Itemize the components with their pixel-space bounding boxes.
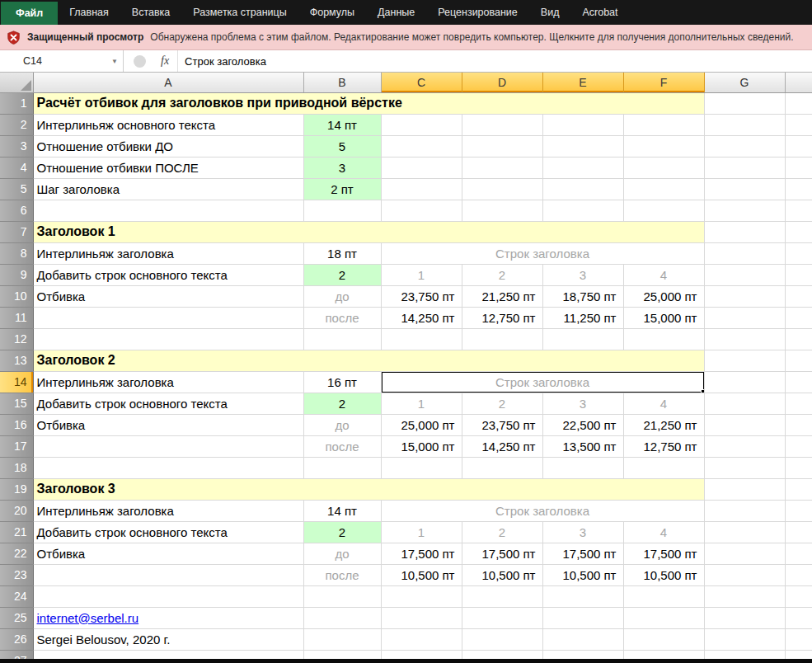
cell[interactable] bbox=[704, 543, 785, 564]
protected-view-bar[interactable]: Защищенный просмотр Обнаружена проблема … bbox=[0, 25, 812, 50]
row-header[interactable]: 25 bbox=[0, 607, 33, 628]
cell[interactable]: 14,250 пт bbox=[462, 435, 542, 457]
cell[interactable]: 22,500 пт bbox=[542, 414, 623, 435]
cell[interactable]: 14 пт bbox=[303, 114, 381, 135]
cell[interactable] bbox=[462, 178, 542, 200]
cell[interactable] bbox=[33, 564, 303, 585]
cell[interactable] bbox=[704, 135, 785, 157]
cell[interactable] bbox=[542, 135, 623, 157]
cell[interactable]: 3 bbox=[542, 264, 623, 285]
cell[interactable] bbox=[462, 585, 542, 607]
row-header[interactable]: 2 bbox=[0, 114, 33, 135]
cell[interactable]: 2 bbox=[303, 521, 381, 543]
cell[interactable] bbox=[462, 114, 542, 135]
row-header[interactable]: 10 bbox=[0, 285, 33, 307]
cell[interactable] bbox=[704, 285, 785, 307]
cell[interactable]: Отношение отбивки ПОСЛЕ bbox=[33, 157, 303, 178]
cell[interactable] bbox=[785, 543, 812, 564]
cell[interactable] bbox=[381, 628, 462, 650]
insert-function-button[interactable]: fx bbox=[157, 50, 178, 72]
cell[interactable] bbox=[704, 457, 785, 478]
row-header[interactable]: 7 bbox=[0, 221, 33, 242]
cell[interactable]: Шаг заголовка bbox=[33, 178, 303, 200]
cell[interactable] bbox=[785, 328, 812, 350]
cell[interactable] bbox=[704, 585, 785, 607]
cell[interactable] bbox=[462, 135, 542, 157]
cell[interactable] bbox=[785, 264, 812, 285]
cell[interactable] bbox=[704, 328, 785, 350]
row-header[interactable]: 12 bbox=[0, 328, 33, 350]
cell[interactable]: Добавить строк основного текста bbox=[33, 264, 303, 285]
cell[interactable] bbox=[542, 457, 623, 478]
cell[interactable]: 11,250 пт bbox=[542, 307, 623, 328]
row-header[interactable]: 21 bbox=[0, 521, 33, 543]
cell[interactable]: 2 bbox=[462, 393, 542, 414]
row-header[interactable]: 3 bbox=[0, 135, 33, 157]
cell[interactable] bbox=[785, 157, 812, 178]
cell[interactable] bbox=[381, 135, 462, 157]
cell[interactable] bbox=[381, 114, 462, 135]
cell[interactable]: Интерлиньяж основного текста bbox=[33, 114, 303, 135]
cell[interactable]: 23,750 пт bbox=[381, 285, 462, 307]
cell[interactable] bbox=[704, 242, 785, 264]
cell[interactable]: Заголовок 1 bbox=[33, 221, 704, 242]
cell[interactable]: 14 пт bbox=[303, 500, 381, 521]
cell[interactable]: 17,500 пт bbox=[462, 543, 542, 564]
cell[interactable] bbox=[704, 92, 785, 114]
cell[interactable]: 10,500 пт bbox=[542, 564, 623, 585]
cell[interactable] bbox=[462, 457, 542, 478]
cell[interactable]: до bbox=[303, 543, 381, 564]
column-header[interactable]: D bbox=[462, 73, 542, 92]
cell[interactable]: после bbox=[303, 435, 381, 457]
cell[interactable]: Строк заголовка bbox=[381, 371, 704, 393]
cell[interactable] bbox=[704, 114, 785, 135]
cell[interactable] bbox=[785, 521, 812, 543]
row-header[interactable]: 11 bbox=[0, 307, 33, 328]
cell[interactable]: Строк заголовка bbox=[381, 500, 704, 521]
cell[interactable]: Заголовок 2 bbox=[33, 350, 704, 371]
cell[interactable] bbox=[785, 114, 812, 135]
cell[interactable] bbox=[303, 457, 381, 478]
cell[interactable] bbox=[542, 607, 623, 628]
cell[interactable] bbox=[623, 607, 704, 628]
cell[interactable] bbox=[785, 285, 812, 307]
cell[interactable] bbox=[462, 328, 542, 350]
row-header[interactable]: 26 bbox=[0, 628, 33, 650]
cell[interactable] bbox=[785, 585, 812, 607]
cell[interactable]: Интерлиньяж заголовка bbox=[33, 500, 303, 521]
row-header[interactable]: 6 bbox=[0, 200, 33, 221]
cell[interactable] bbox=[542, 585, 623, 607]
cell[interactable] bbox=[33, 200, 303, 221]
cell[interactable]: 5 bbox=[303, 135, 381, 157]
row-header[interactable]: 23 bbox=[0, 564, 33, 585]
cell[interactable] bbox=[785, 628, 812, 650]
cell[interactable]: Интерлиньяж заголовка bbox=[33, 242, 303, 264]
cell[interactable] bbox=[542, 628, 623, 650]
cell[interactable] bbox=[381, 607, 462, 628]
cell[interactable]: 2 bbox=[462, 521, 542, 543]
cell[interactable] bbox=[33, 457, 303, 478]
cell[interactable] bbox=[542, 178, 623, 200]
cell[interactable] bbox=[542, 157, 623, 178]
column-header[interactable]: F bbox=[623, 73, 704, 92]
cell[interactable] bbox=[381, 200, 462, 221]
cell[interactable] bbox=[785, 242, 812, 264]
cell[interactable]: 2 bbox=[303, 393, 381, 414]
cell[interactable] bbox=[303, 328, 381, 350]
cell[interactable] bbox=[785, 135, 812, 157]
column-header[interactable]: B bbox=[303, 73, 381, 92]
row-header[interactable]: 13 bbox=[0, 350, 33, 371]
cell[interactable] bbox=[303, 200, 381, 221]
cell[interactable] bbox=[704, 478, 785, 500]
row-header[interactable]: 1 bbox=[0, 92, 33, 114]
cell[interactable]: 1 bbox=[381, 393, 462, 414]
cell[interactable]: 3 bbox=[303, 157, 381, 178]
cell[interactable] bbox=[704, 435, 785, 457]
column-header[interactable]: A bbox=[33, 73, 303, 92]
cell[interactable] bbox=[542, 114, 623, 135]
cell[interactable] bbox=[704, 564, 785, 585]
cell[interactable]: Расчёт отбивок для заголовков при привод… bbox=[33, 92, 704, 114]
column-header[interactable]: C bbox=[381, 73, 462, 92]
cell[interactable]: 4 bbox=[623, 393, 704, 414]
cell[interactable] bbox=[623, 114, 704, 135]
